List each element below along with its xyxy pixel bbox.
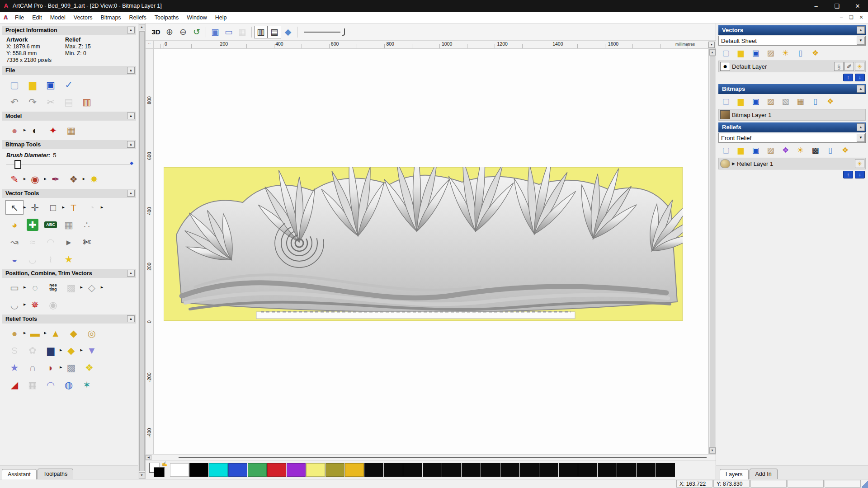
lighting-icon[interactable]: ✦ [44,123,62,137]
group-vectors-icon[interactable]: ▩ [62,280,80,295]
fit-curve-icon[interactable]: ◡ [24,252,42,266]
bitmap-layer-row[interactable]: Bitmap Layer 1 [718,109,866,121]
zero-relief-icon[interactable]: ▬ [26,326,44,340]
two-rail-sweep-icon[interactable]: ∩ [24,360,42,375]
delete-relief-layer-icon[interactable]: ▯ [823,144,838,156]
merge-relief-layers-icon[interactable]: ▨ [763,144,778,156]
tab-toolpaths[interactable]: Toolpaths [38,469,74,479]
relief-layer-row[interactable]: ▶ Relief Layer 1 ☀ [718,158,866,169]
nesting-icon[interactable]: Nes ting [44,280,62,295]
colour-swatch-9[interactable] [345,463,364,477]
open-model-icon[interactable]: ▆ [24,77,42,92]
fillet-icon[interactable]: ◡ [5,297,24,312]
menu-help[interactable]: Help [211,13,231,23]
text-on-curve-icon[interactable]: ◌ [26,280,44,295]
menu-toolpaths[interactable]: Toolpaths [151,13,183,23]
transfer-relief-icon[interactable]: ❖ [778,144,793,156]
zoom-object-icon[interactable]: ▦ [236,26,249,38]
vector-texture-icon[interactable]: ✵ [26,297,44,312]
flyout-arrow-icon[interactable]: ▶ [101,206,103,209]
collapse-arrow-icon[interactable]: ▲ [127,67,135,74]
colour-swatch-10[interactable] [364,463,383,477]
free-polyline-icon[interactable]: ≈ [24,235,42,249]
colour-swatch-8[interactable] [326,463,344,477]
bitmap-to-vector-icon[interactable]: ✸ [85,172,103,186]
minimize-button[interactable]: – [806,0,826,12]
collapse-arrow-icon[interactable]: ▲ [127,315,135,322]
colour-swatch-12[interactable] [403,463,422,477]
scroll-down-icon[interactable]: ▼ [709,447,716,454]
scrollbar-thumb[interactable] [710,56,715,446]
colour-swatch-21[interactable] [578,463,597,477]
merge-bitmap-layers-icon[interactable]: ▨ [763,95,778,107]
save-model-icon[interactable]: ▣ [42,77,60,92]
node-editing-icon[interactable]: ✚ [24,217,42,232]
open-bitmap-layer-icon[interactable]: ▆ [733,95,748,107]
colour-swatch-20[interactable] [559,463,578,477]
menu-file[interactable]: File [11,13,28,23]
colour-swatch-13[interactable] [423,463,442,477]
colour-swatch-0[interactable] [170,463,189,477]
resize-grip[interactable] [862,479,868,488]
collapse-arrow-icon[interactable]: ▲ [857,85,865,93]
zoom-out-icon[interactable]: ⊖ [176,26,190,38]
colour-swatch-11[interactable] [384,463,403,477]
assistant-scrollbar[interactable]: ▲ ▼ [138,23,146,479]
undo-icon[interactable]: ↶ [5,94,24,109]
scrollbar-thumb[interactable] [139,31,145,471]
colour-swatch-15[interactable] [462,463,481,477]
relief-select[interactable]: Front Relief ▼ [718,133,866,143]
toggle-bitmap-view-icon[interactable]: ▥ [254,26,268,38]
scrollbar-thumb[interactable] [179,457,707,458]
expand-caret-icon[interactable]: ▶ [732,161,735,166]
measure-icon[interactable]: ◔ [83,200,101,215]
shape-editor-icon[interactable]: ★ [5,360,24,375]
preview-relief-icon[interactable]: ◆ [281,26,295,38]
cut-icon[interactable]: ✂ [42,94,60,109]
canvas-vertical-scrollbar[interactable]: ▲ ▼ [708,49,716,454]
collapse-arrow-icon[interactable]: ▲ [127,141,135,148]
colour-swatch-16[interactable] [481,463,500,477]
canvas-horizontal-scrollbar[interactable]: ◀ [146,454,716,460]
new-model-icon[interactable]: ▢ [5,77,24,92]
relief-blend-slider[interactable] [304,28,345,37]
redo-icon[interactable]: ↷ [24,94,42,109]
colour-swatch-3[interactable] [228,463,247,477]
slider-thumb[interactable] [14,160,21,169]
collapse-arrow-icon[interactable]: ▲ [127,190,135,197]
delete-vector-layer-icon[interactable]: ▯ [793,47,808,59]
turn-model-icon[interactable]: ◢ [5,377,24,392]
scroll-down-icon[interactable]: ▼ [139,472,145,479]
save-bitmap-layer-icon[interactable]: ▣ [748,95,763,107]
scroll-up-icon[interactable]: ▲ [709,49,716,56]
layer-colour-swatch[interactable]: ● [720,62,730,71]
create-rectangle-icon[interactable]: □ [44,200,62,215]
visibility-bulb-icon[interactable]: ☀ [855,62,864,71]
colour-swatch-2[interactable] [209,463,228,477]
trim-vectors-icon[interactable]: ✄ [78,235,96,249]
scroll-left-icon[interactable]: ◀ [146,455,151,460]
colour-swatch-1[interactable] [189,463,208,477]
create-star-icon[interactable]: ★ [60,252,78,266]
flyout-arrow-icon[interactable]: ▶ [101,286,103,289]
menu-window[interactable]: Window [183,13,211,23]
save-relief-layer-icon[interactable]: ▣ [748,144,763,156]
ruler-options-icon[interactable]: ▼ [708,42,715,48]
new-bitmap-layer-icon[interactable]: ▢ [718,95,733,107]
chevron-down-icon[interactable]: ▼ [857,134,865,142]
block-paste-icon[interactable]: ∴ [78,217,96,232]
toggle-layer-visibility-icon[interactable]: ☀ [778,47,793,59]
colour-swatch-19[interactable] [539,463,558,477]
all-bitmaps-visible-icon[interactable]: ❖ [823,95,838,107]
relief-layers-icon[interactable]: ❖ [80,360,98,375]
zoom-fit-icon[interactable]: ▭ [222,26,236,38]
collapse-arrow-icon[interactable]: ▲ [857,26,865,34]
all-reliefs-visible-icon[interactable]: ❖ [838,144,853,156]
scale-relief-icon[interactable]: ▲ [47,326,65,340]
collapse-arrow-icon[interactable]: ▲ [127,270,135,277]
zoom-previous-icon[interactable]: ↺ [190,26,203,38]
greyscale-preview-icon[interactable]: ▩ [808,144,823,156]
new-vector-layer-icon[interactable]: ▢ [718,47,733,59]
mirror-vectors-icon[interactable]: ≀ [42,252,60,266]
extrude-icon[interactable]: ◗ [42,360,60,375]
